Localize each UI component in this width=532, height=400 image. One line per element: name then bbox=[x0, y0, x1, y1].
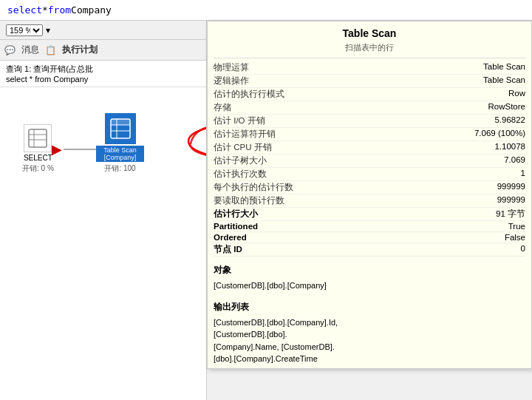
tooltip-row-label: 节点 ID bbox=[214, 244, 242, 255]
tooltip-row-label: Ordered bbox=[214, 233, 247, 242]
tooltip-object-header: 对象 bbox=[214, 261, 525, 278]
tooltip-row-label: 估计 I/O 开销 bbox=[214, 115, 265, 126]
select-label: SELECT bbox=[24, 154, 52, 162]
tooltip-row-value: True bbox=[508, 222, 525, 231]
svg-rect-8 bbox=[111, 119, 130, 125]
tooltip-row-value: Row bbox=[508, 89, 525, 100]
tooltip-row-label: 逻辑操作 bbox=[214, 75, 249, 87]
query-info-line1: 查询 1: 查询开销(占总批 bbox=[6, 64, 200, 75]
tooltip-row-label: 估计执行次数 bbox=[214, 169, 267, 180]
tooltip-row-label: 每个执行的估计行数 bbox=[214, 182, 293, 193]
select-icon bbox=[24, 124, 52, 152]
plan-canvas: SELECT 开销: 0 % ▶ bbox=[0, 87, 206, 400]
tooltip-output-value: [CustomerDB].[dbo].[Company].Id, [Custom… bbox=[214, 315, 525, 367]
zoom-bar: 159 % ▾ bbox=[0, 21, 206, 40]
tooltip-row-value: 5.96822 bbox=[494, 115, 525, 126]
tooltip-output-header: 输出列表 bbox=[214, 298, 525, 315]
tooltip-row-value: RowStore bbox=[488, 102, 526, 113]
tooltip-row-value: 7.069 bbox=[504, 155, 525, 166]
tab-execution-plan[interactable]: 执行计划 bbox=[62, 44, 98, 56]
tooltip-row: 逻辑操作Table Scan bbox=[214, 75, 525, 88]
tooltip-title: Table Scan bbox=[208, 21, 531, 42]
tooltip-row: 估计行大小91 字节 bbox=[214, 208, 525, 221]
tooltip-row-value: False bbox=[505, 233, 525, 242]
tooltip-row-value: 1.10078 bbox=[494, 142, 525, 153]
tooltip-row: 估计运算符开销7.069 (100%) bbox=[214, 128, 525, 141]
tooltip-row: 估计子树大小7.069 bbox=[214, 155, 525, 168]
main-area: 159 % ▾ 💬 消息 📋 执行计划 查询 1: 查询开销(占总批 selec… bbox=[0, 21, 532, 400]
table-scan-icon bbox=[105, 113, 136, 144]
tooltip-row-value: 1 bbox=[521, 169, 525, 180]
tooltip-row-value: Table Scan bbox=[483, 75, 525, 87]
tooltip-output-section: 输出列表 [CustomerDB].[dbo].[Company].Id, [C… bbox=[208, 295, 531, 368]
tooltip-row: 物理运算Table Scan bbox=[214, 61, 525, 75]
tooltip-row: OrderedFalse bbox=[214, 232, 525, 243]
tooltip-row: 存储RowStore bbox=[214, 101, 525, 115]
tooltip-row-value: 7.069 (100%) bbox=[474, 129, 525, 140]
tooltip-row-value: Table Scan bbox=[483, 62, 525, 73]
sql-table-name: Company bbox=[71, 4, 112, 16]
tooltip-row-value: 0 bbox=[521, 244, 525, 255]
query-info-line2: select * from Company bbox=[6, 75, 200, 84]
svg-rect-0 bbox=[29, 129, 47, 147]
tooltip-row: 估计 CPU 开销1.10078 bbox=[214, 141, 525, 155]
tooltip-row: 要读取的预计行数999999 bbox=[214, 194, 525, 208]
arrow-icon: ▶ bbox=[52, 141, 62, 157]
tab-bar: 💬 消息 📋 执行计划 bbox=[0, 40, 206, 61]
tooltip-row-label: 估计行大小 bbox=[214, 209, 258, 220]
tooltip-row-label: 要读取的预计行数 bbox=[214, 195, 284, 206]
tooltip-row-label: 存储 bbox=[214, 102, 231, 113]
table-scan-cost: 开销: 100 bbox=[104, 163, 135, 174]
tooltip-row: 每个执行的估计行数999999 bbox=[214, 181, 525, 194]
table-scan-label: Table Scan [Company] bbox=[96, 146, 144, 162]
tooltip-object-value: [CustomerDB].[dbo].[Company] bbox=[214, 278, 525, 294]
tooltip-row-label: 估计的执行行模式 bbox=[214, 89, 284, 100]
select-cost: 开销: 0 % bbox=[22, 163, 54, 174]
tooltip-row-label: 估计子树大小 bbox=[214, 155, 267, 166]
tooltip-row-value: 999999 bbox=[497, 182, 525, 193]
sql-bar: select * from Company bbox=[0, 0, 532, 21]
tooltip-row-label: 物理运算 bbox=[214, 62, 249, 73]
tooltip-row-label: Partitioned bbox=[214, 222, 258, 231]
tooltip-row: 估计执行次数1 bbox=[214, 168, 525, 181]
annotation-circle bbox=[185, 121, 206, 161]
sql-keyword-from: from bbox=[48, 4, 71, 16]
tooltip-row-value: 999999 bbox=[497, 195, 525, 206]
tooltip-row: PartitionedTrue bbox=[214, 221, 525, 232]
zoom-select[interactable]: 159 % bbox=[6, 24, 43, 36]
tooltip-panel: Table Scan 扫描表中的行 物理运算Table Scan逻辑操作Tabl… bbox=[207, 21, 532, 369]
tooltip-row-value: 91 字节 bbox=[496, 209, 525, 220]
node-select[interactable]: SELECT 开销: 0 % bbox=[22, 124, 54, 174]
tooltip-row: 估计的执行行模式Row bbox=[214, 88, 525, 101]
svg-point-9 bbox=[188, 123, 206, 159]
tooltip-row-label: 估计运算符开销 bbox=[214, 129, 276, 140]
tooltip-row: 节点 ID0 bbox=[214, 243, 525, 257]
left-panel: 159 % ▾ 💬 消息 📋 执行计划 查询 1: 查询开销(占总批 selec… bbox=[0, 21, 207, 400]
tooltip-properties: 物理运算Table Scan逻辑操作Table Scan估计的执行行模式Row存… bbox=[208, 58, 531, 258]
query-info: 查询 1: 查询开销(占总批 select * from Company bbox=[0, 61, 206, 87]
messages-icon: 💬 bbox=[4, 45, 16, 55]
tooltip-row: 估计 I/O 开销5.96822 bbox=[214, 115, 525, 128]
tab-messages[interactable]: 消息 bbox=[21, 44, 39, 56]
sql-keyword-select: select bbox=[7, 4, 42, 16]
sql-symbol: * bbox=[42, 4, 48, 16]
plan-icon: 📋 bbox=[45, 45, 56, 55]
tooltip-object-section: 对象 [CustomerDB].[dbo].[Company] bbox=[208, 258, 531, 295]
tooltip-row-label: 估计 CPU 开销 bbox=[214, 142, 272, 153]
node-table-scan[interactable]: Table Scan [Company] 开销: 100 bbox=[96, 113, 144, 174]
zoom-icon: ▾ bbox=[46, 25, 50, 35]
tooltip-subtitle: 扫描表中的行 bbox=[214, 42, 525, 58]
